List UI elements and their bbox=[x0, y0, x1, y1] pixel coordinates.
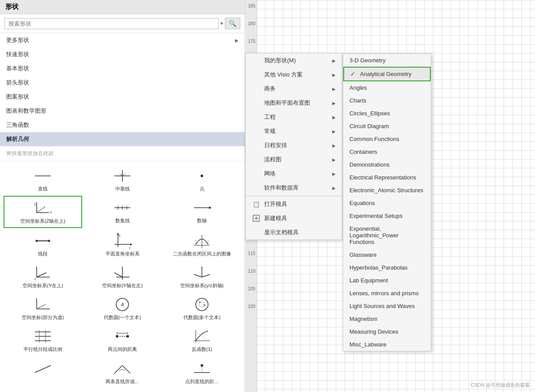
shape-xianduan[interactable]: 线段 bbox=[4, 229, 82, 260]
shape-shuzou-icon bbox=[191, 199, 212, 217]
sub-item-electronic-atomic[interactable]: Electronic_Atomic Structures bbox=[343, 184, 431, 197]
sub-item-electronic-atomic-label: Electronic_Atomic Structures bbox=[349, 187, 423, 194]
shape-dian[interactable]: 点 bbox=[163, 164, 241, 195]
shape-dian-icon bbox=[191, 167, 212, 185]
sub-item-common-functions[interactable]: Common Functions bbox=[343, 133, 431, 145]
svg-text:X: X bbox=[50, 211, 52, 214]
sub-item-charts[interactable]: Charts bbox=[343, 94, 431, 107]
search-input[interactable] bbox=[4, 18, 219, 29]
sub-item-3d-geometry[interactable]: 3-D Geometry bbox=[343, 54, 431, 67]
sub-item-experimental-setups[interactable]: Experimental Setups bbox=[343, 209, 431, 222]
sub-item-equations[interactable]: Equations bbox=[343, 197, 431, 209]
shape-two-line-angle[interactable]: 两条直线所成... bbox=[83, 357, 162, 388]
ctx-show-doc-stencil[interactable]: 显示文档模具 bbox=[246, 225, 342, 240]
sub-item-glassware[interactable]: Glassware bbox=[343, 248, 431, 261]
shape-quadratic-label: 二次函数在闭区间上的图像 bbox=[173, 251, 231, 257]
shape-3d-coord-y-label: 空间坐标系(Y在上) bbox=[23, 282, 63, 289]
shape-misc-1[interactable] bbox=[4, 357, 82, 388]
sub-item-analytical-geometry-label: Analytical Geometry bbox=[360, 71, 411, 77]
shape-algebra-circle-1-label: 代数圆(一个文本) bbox=[104, 314, 141, 320]
sub-item-lab-equipment[interactable]: Lab Equipment bbox=[343, 274, 431, 287]
sub-item-angles[interactable]: Angles bbox=[343, 81, 431, 94]
search-bar: ▾ 🔍 bbox=[0, 14, 245, 33]
sub-item-electrical-repr-label: Electrical Representations bbox=[349, 174, 416, 181]
ctx-my-shapes[interactable]: 我的形状(M) bbox=[246, 53, 342, 68]
shape-algebra-circle-1[interactable]: A 代数圆(一个文本) bbox=[83, 293, 162, 323]
shape-quadratic[interactable]: 二次函数在闭区间上的图像 bbox=[163, 229, 241, 260]
sidebar-item-label: 解析几何 bbox=[6, 135, 29, 143]
sub-item-circuit-diagram[interactable]: Circuit Diagram bbox=[343, 120, 431, 133]
shape-inverse-func[interactable]: 反函数(1) bbox=[163, 324, 241, 355]
svg-line-62 bbox=[196, 332, 208, 341]
sidebar-item-label: 更多形状 bbox=[6, 36, 29, 44]
shape-misc-1-icon bbox=[32, 360, 53, 377]
ctx-flowchart[interactable]: 流程图 bbox=[246, 152, 342, 167]
sub-item-circles-ellipses[interactable]: Circles_Ellipses bbox=[343, 107, 431, 120]
ctx-business[interactable]: 商务 bbox=[246, 82, 342, 96]
ctx-network[interactable]: 网络 bbox=[246, 167, 342, 181]
shape-3d-coord-part-virtual[interactable]: 空间坐标(部分为虚) bbox=[4, 293, 82, 323]
sidebar-item-trig[interactable]: 三角函数 bbox=[0, 118, 245, 132]
shape-2d-coord[interactable]: y x 平面直角坐标系 bbox=[83, 229, 162, 260]
shape-point-to-line-icon bbox=[191, 360, 212, 377]
ctx-other-visio[interactable]: 其他 Visio 方案 bbox=[246, 68, 342, 82]
sub-item-containers[interactable]: Containers bbox=[343, 145, 431, 158]
shape-point-to-line-label: 点到直线的距... bbox=[185, 378, 218, 384]
sidebar-item-analytic-geo[interactable]: 解析几何 bbox=[0, 132, 245, 146]
search-button[interactable]: 🔍 bbox=[225, 18, 240, 29]
schedule-icon bbox=[252, 142, 261, 149]
sub-item-misc-labware[interactable]: Misc_Labware bbox=[343, 338, 431, 351]
shape-3d-coord-yz[interactable]: 空间坐标系(y/z斜轴) bbox=[163, 261, 241, 292]
shape-zhixian[interactable]: 直线 bbox=[4, 164, 82, 195]
shape-2d-coord-icon: y x bbox=[112, 232, 133, 250]
shape-two-point-dist[interactable]: 两点间的距离 bbox=[83, 324, 162, 355]
shape-two-line-angle-icon bbox=[112, 360, 133, 377]
sub-item-circuit-diagram-label: Circuit Diagram bbox=[349, 123, 389, 129]
shape-shuzou[interactable]: 数轴 bbox=[163, 196, 241, 228]
sidebar-item-basic-shapes[interactable]: 基本形状 bbox=[0, 61, 245, 76]
sidebar-item-quick-shapes[interactable]: 快速形状 bbox=[0, 47, 245, 61]
sub-item-magnetism[interactable]: Magnetism bbox=[343, 312, 431, 325]
shape-shujixian-label: 数集线 bbox=[115, 217, 130, 224]
shape-point-to-line[interactable]: 点到直线的距... bbox=[163, 357, 241, 388]
quick-shapes-placeholder: 将快速形状放在此处 bbox=[0, 146, 245, 161]
ctx-schedule[interactable]: 日程安排 bbox=[246, 138, 342, 152]
sidebar-item-charts-math[interactable]: 图表和数学图形 bbox=[0, 104, 245, 118]
sidebar-item-arrow-shapes[interactable]: 箭头形状 bbox=[0, 76, 245, 90]
search-icon: 🔍 bbox=[229, 20, 236, 27]
ruler-175: 175 bbox=[248, 39, 255, 44]
check-icon: ✓ bbox=[350, 71, 357, 77]
ctx-software-db[interactable]: 软件和数据库 bbox=[246, 181, 342, 195]
ctx-engineering[interactable]: 工程 bbox=[246, 110, 342, 124]
sub-item-analytical-geometry[interactable]: ✓ Analytical Geometry bbox=[343, 67, 431, 81]
svg-text:x: x bbox=[129, 246, 131, 249]
sidebar-item-pattern-shapes[interactable]: 图案形状 bbox=[0, 90, 245, 104]
ctx-general[interactable]: 常规 bbox=[246, 124, 342, 138]
shape-two-point-dist-label: 两点间的距离 bbox=[108, 346, 137, 352]
sub-item-circles-ellipses-label: Circles_Ellipses bbox=[349, 110, 390, 117]
shape-3d-coord-y[interactable]: ↙ 空间坐标系(Y在上) bbox=[4, 261, 82, 292]
svg-line-38 bbox=[194, 274, 202, 277]
sub-item-lenses[interactable]: Lenses, mirrors and prisms bbox=[343, 287, 431, 300]
sidebar-item-more-shapes[interactable]: 更多形状 bbox=[0, 33, 245, 47]
svg-point-45 bbox=[196, 298, 208, 311]
shape-zhongchuixian[interactable]: 中垂线 bbox=[83, 164, 162, 195]
shape-3d-coord-yleft[interactable]: 空间坐标(Y轴在左) bbox=[83, 261, 162, 292]
shape-shujixian[interactable]: 数集线 bbox=[83, 196, 162, 228]
ctx-new-stencil-label: 新建模具 bbox=[264, 214, 287, 222]
shape-3d-coord-z[interactable]: Z X 空间坐标系(Z轴在上) bbox=[4, 196, 82, 228]
sub-item-light-sources[interactable]: Light Sources and Waves bbox=[343, 300, 431, 312]
svg-line-37 bbox=[202, 274, 210, 277]
ctx-maps[interactable]: 地图和平面布置图 bbox=[246, 96, 342, 110]
sub-item-glassware-label: Glassware bbox=[349, 251, 376, 258]
sub-item-hyperbolas[interactable]: Hyperbolas_Parabolas bbox=[343, 261, 431, 274]
sub-item-demonstrations[interactable]: Demonstrations bbox=[343, 158, 431, 171]
sub-item-electrical-repr[interactable]: Electrical Representations bbox=[343, 171, 431, 184]
search-dropdown-icon: ▾ bbox=[220, 20, 223, 27]
ctx-open-stencil[interactable]: 📋 打开模具 bbox=[246, 197, 342, 211]
shape-parallel-line[interactable]: 平行线分段成比例 bbox=[4, 324, 82, 355]
ctx-new-stencil[interactable]: 新建模具 bbox=[246, 211, 342, 225]
sub-item-exponential[interactable]: Exponential, Logarithmic_Power Functions bbox=[343, 222, 431, 248]
shape-algebra-circle-multi[interactable]: a b 代数圆(多个文本) bbox=[163, 293, 241, 323]
sub-item-measuring-devices[interactable]: Measuring Devices bbox=[343, 325, 431, 338]
